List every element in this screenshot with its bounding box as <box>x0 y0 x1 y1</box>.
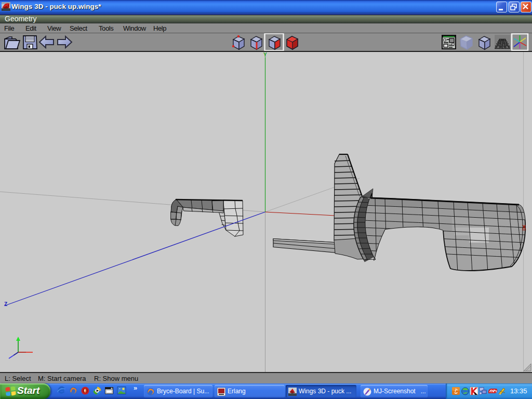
svg-text:Y: Y <box>263 52 267 58</box>
svg-text:Z: Z <box>4 301 7 307</box>
svg-text:X: X <box>522 224 526 230</box>
svg-text:»: » <box>134 384 137 392</box>
